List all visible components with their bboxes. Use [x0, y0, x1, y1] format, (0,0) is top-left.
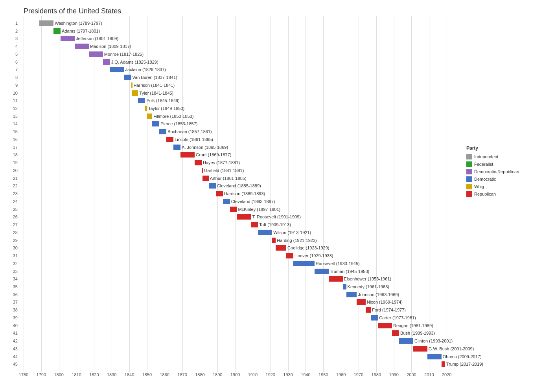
x-tick-label: 1940 [301, 372, 310, 377]
president-number: 32 [6, 260, 18, 267]
president-bar [103, 59, 110, 65]
president-bar [315, 269, 329, 274]
president-label: Polk (1845-1849) [146, 98, 179, 103]
president-number: 21 [6, 175, 18, 182]
x-tick-label: 1960 [336, 372, 346, 377]
president-number: 43 [6, 345, 18, 352]
president-bar [346, 292, 357, 297]
president-label: Arthur (1881-1885) [210, 176, 247, 181]
president-label: Hoover (1929-1933) [295, 253, 333, 258]
president-label: Lincoln (1861-1865) [175, 137, 213, 142]
president-bar [39, 20, 53, 26]
x-tick-label: 1840 [125, 372, 134, 377]
x-tick-label: 2010 [424, 372, 434, 377]
president-bar [237, 214, 251, 220]
table-row: 13Fillmore (1850-1853) [24, 113, 464, 120]
president-bar [166, 137, 173, 142]
president-bar [152, 121, 159, 126]
president-number: 4 [6, 43, 18, 50]
legend-swatch [466, 176, 472, 182]
x-tick-label: 2000 [407, 372, 416, 377]
legend-label: Independent [474, 154, 498, 159]
president-bar [209, 183, 216, 189]
president-label: Truman (1945-1953) [330, 269, 369, 274]
president-number: 3 [6, 35, 18, 42]
x-tick-label: 1990 [389, 372, 398, 377]
legend-label: Democratic-Republican [474, 169, 519, 174]
president-bar [251, 222, 258, 227]
table-row: 45Trump (2017-2019) [24, 361, 464, 368]
president-label: Cleveland (1885-1889) [217, 183, 261, 189]
table-row: 36Johnson (1963-1969) [24, 291, 464, 298]
x-tick-label: 1910 [248, 372, 258, 377]
president-bar [138, 98, 145, 103]
president-number: 30 [6, 244, 18, 251]
president-number: 22 [6, 182, 18, 189]
president-label: McKinley (1897-1901) [238, 207, 281, 212]
president-number: 15 [6, 128, 18, 135]
president-label: Grant (1869-1877) [196, 152, 232, 158]
president-number: 2 [6, 27, 18, 35]
legend-swatch [466, 191, 472, 197]
president-bar [392, 330, 399, 336]
x-tick-label: 1870 [177, 372, 187, 377]
table-row: 39Carter (1977-1981) [24, 314, 464, 321]
president-number: 25 [6, 206, 18, 213]
president-number: 14 [6, 120, 18, 127]
president-bar [124, 75, 131, 80]
president-number: 7 [6, 66, 18, 73]
president-label: Taylor (1849-1850) [148, 106, 184, 111]
president-number: 18 [6, 151, 18, 158]
president-bar [53, 28, 61, 34]
x-tick-label: 1810 [72, 372, 81, 377]
president-label: G.W. Bush (2001-2009) [429, 346, 474, 352]
president-bar [132, 90, 138, 96]
legend: Party IndependentFederalistDemocratic-Re… [466, 145, 535, 199]
table-row: 1Washington (1789-1797) [24, 20, 464, 27]
president-label: Garfield (1881-1881) [204, 168, 244, 173]
table-row: 6J.Q. Adams (1825-1829) [24, 59, 464, 66]
x-tick-label: 1980 [372, 372, 381, 377]
legend-item: Whig [466, 184, 535, 189]
president-label: Kennedy (1961-1963) [348, 284, 389, 289]
president-label: Bush (1989-1993) [400, 330, 435, 336]
president-bar [202, 176, 209, 181]
president-label: Carter (1977-1981) [379, 315, 416, 321]
president-number: 1 [6, 20, 18, 27]
president-label: Clinton (1993-2001) [414, 338, 453, 344]
legend-label: Federalist [474, 162, 493, 167]
president-bar [286, 253, 293, 258]
table-row: 7Jackson (1829-1837) [24, 66, 464, 73]
president-number: 12 [6, 105, 18, 112]
x-tick-label: 1800 [54, 372, 63, 377]
chart-title: Presidents of the United States [24, 7, 121, 15]
table-row: 27Taft (1909-1913) [24, 221, 464, 228]
president-bar [75, 44, 89, 49]
president-number: 44 [6, 353, 18, 360]
president-number: 11 [6, 97, 18, 104]
x-tick-label: 1850 [142, 372, 152, 377]
legend-swatch [466, 161, 472, 167]
table-row: 10Tyler (1841-1845) [24, 90, 464, 97]
table-row: 11Polk (1845-1849) [24, 97, 464, 104]
table-row: 26T. Roosevelt (1901-1909) [24, 213, 464, 220]
president-bar [276, 245, 286, 251]
president-number: 33 [6, 268, 18, 275]
president-label: Taft (1909-1913) [259, 222, 291, 227]
president-number: 17 [6, 144, 18, 151]
legend-item: Democratic [466, 176, 535, 182]
president-bar [272, 238, 276, 243]
president-bar [110, 67, 124, 72]
president-label: Hayes (1877-1881) [203, 160, 240, 165]
president-label: Obama (2009-2017) [443, 354, 482, 359]
president-bar [366, 307, 371, 313]
president-number: 10 [6, 90, 18, 97]
president-number: 20 [6, 167, 18, 174]
x-tick-label: 1930 [283, 372, 293, 377]
table-row: 30Coolidge (1923-1929) [24, 244, 464, 251]
president-label: Monroe (1817-1825) [104, 51, 144, 57]
president-bar [230, 207, 237, 212]
table-row: 42Clinton (1993-2001) [24, 337, 464, 344]
president-label: Adams (1797-1801) [62, 28, 100, 34]
x-tick-label: 1880 [195, 372, 204, 377]
